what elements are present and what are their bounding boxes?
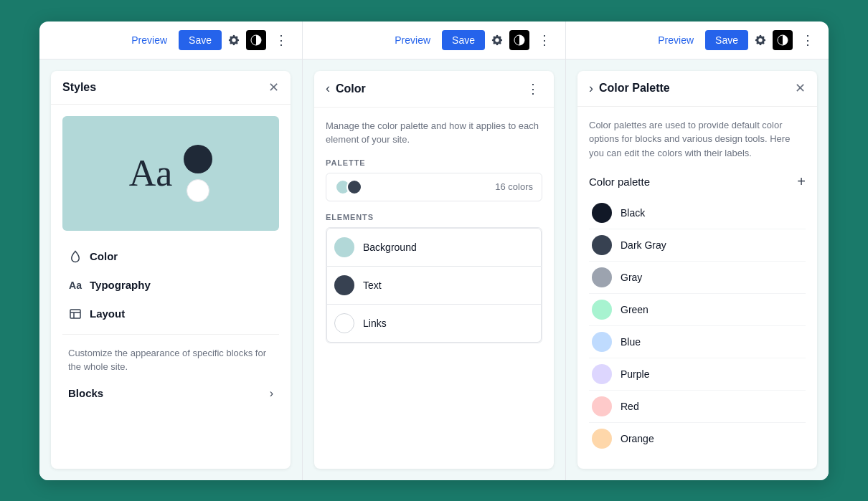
orange-label: Orange	[621, 433, 654, 444]
blocks-row[interactable]: Blocks ›	[62, 380, 279, 407]
gear-icon-3[interactable]	[754, 34, 767, 47]
palette-panel-title: Color Palette	[599, 82, 670, 95]
background-label: Background	[363, 242, 417, 253]
background-element-row[interactable]: Background	[326, 228, 542, 267]
layout-icon	[68, 307, 82, 321]
dark-gray-label: Dark Gray	[621, 239, 666, 251]
typography-nav-item[interactable]: Aa Typography	[62, 271, 279, 300]
panel1-title: Styles	[62, 81, 96, 94]
palette-count: 16 colors	[495, 181, 533, 192]
color-item-orange[interactable]: Orange	[589, 423, 806, 454]
color-nav-label: Color	[90, 250, 118, 262]
chevron-right-icon: ›	[270, 387, 273, 400]
color-item-red[interactable]: Red	[589, 391, 806, 423]
svg-rect-3	[70, 310, 80, 318]
gray-swatch	[592, 267, 612, 287]
blue-label: Blue	[621, 336, 641, 348]
color-palette-section-label: Color palette	[589, 176, 650, 188]
preview-button-1[interactable]: Preview	[126, 32, 173, 49]
preview-button-2[interactable]: Preview	[389, 32, 436, 49]
palette-description: Color palettes are used to provide defau…	[589, 118, 806, 161]
color-item-gray[interactable]: Gray	[589, 262, 806, 294]
dark-gray-swatch	[592, 235, 612, 255]
elements-section-label: ELEMENTS	[326, 213, 542, 221]
color-more-dots[interactable]: ⋮	[524, 81, 542, 97]
style-preview-box: Aa	[62, 116, 279, 231]
palette-back-button[interactable]: ›	[589, 81, 593, 96]
color-back-button[interactable]: ‹	[326, 81, 330, 96]
text-element-row[interactable]: Text	[326, 267, 542, 305]
color-list: Black Dark Gray Gray Green	[589, 197, 806, 454]
elements-list: Background Text Links	[326, 227, 542, 343]
text-swatch	[334, 275, 354, 295]
palette-section-label: PALETTE	[326, 158, 542, 167]
preview-text: Aa	[129, 152, 173, 194]
green-label: Green	[621, 304, 648, 315]
color-item-dark-gray[interactable]: Dark Gray	[589, 229, 806, 262]
color-item-black[interactable]: Black	[589, 197, 806, 229]
contrast-icon-1[interactable]	[246, 30, 266, 50]
more-dots-icon-3[interactable]: ⋮	[798, 32, 817, 48]
links-swatch	[334, 313, 354, 333]
text-label: Text	[363, 280, 382, 291]
gear-icon-2[interactable]	[491, 34, 504, 47]
color-nav-item[interactable]: Color	[62, 242, 279, 271]
color-item-purple[interactable]: Purple	[589, 358, 806, 391]
red-label: Red	[621, 401, 639, 412]
preview-circle-dark	[184, 145, 212, 173]
color-item-blue[interactable]: Blue	[589, 326, 806, 358]
contrast-icon-2[interactable]	[509, 30, 529, 50]
save-button-3[interactable]: Save	[705, 30, 748, 50]
black-label: Black	[621, 207, 645, 219]
more-dots-icon-1[interactable]: ⋮	[272, 32, 291, 48]
purple-label: Purple	[621, 368, 649, 380]
orange-swatch	[592, 429, 612, 449]
panel1-close[interactable]: ✕	[268, 81, 279, 94]
links-label: Links	[363, 318, 387, 329]
droplet-icon	[68, 249, 82, 264]
save-button-2[interactable]: Save	[442, 30, 485, 50]
contrast-icon-3[interactable]	[773, 30, 793, 50]
preview-circle-light	[187, 179, 209, 202]
color-description: Manage the color palette and how it appl…	[326, 119, 542, 147]
typography-nav-label: Typography	[90, 279, 151, 291]
preview-button-3[interactable]: Preview	[652, 32, 699, 49]
palette-row[interactable]: 16 colors	[326, 173, 542, 201]
color-panel-title: Color	[336, 82, 366, 95]
gear-icon-1[interactable]	[227, 34, 240, 47]
blue-swatch	[592, 332, 612, 352]
purple-swatch	[592, 364, 612, 384]
palette-dot-dark	[346, 179, 362, 195]
bg-swatch	[334, 237, 354, 257]
typography-icon: Aa	[68, 278, 82, 292]
color-item-green[interactable]: Green	[589, 294, 806, 326]
add-color-button[interactable]: +	[797, 174, 806, 189]
gray-label: Gray	[621, 272, 642, 283]
save-button-1[interactable]: Save	[179, 30, 222, 50]
layout-nav-label: Layout	[90, 307, 125, 320]
blocks-label: Blocks	[68, 387, 103, 399]
links-element-row[interactable]: Links	[326, 305, 542, 343]
palette-close-button[interactable]: ✕	[795, 82, 806, 95]
black-swatch	[592, 203, 612, 223]
layout-nav-item[interactable]: Layout	[62, 300, 279, 328]
more-dots-icon-2[interactable]: ⋮	[535, 32, 554, 48]
customize-info: Customize the appearance of specific blo…	[62, 340, 279, 380]
red-swatch	[592, 396, 612, 416]
green-swatch	[592, 300, 612, 320]
